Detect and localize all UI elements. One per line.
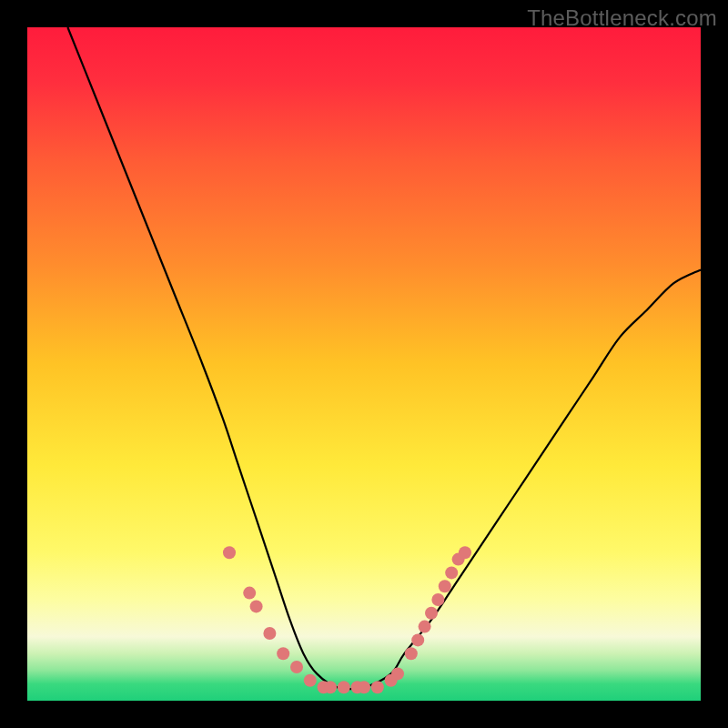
data-marker <box>304 674 317 687</box>
data-marker <box>445 566 458 579</box>
data-marker <box>223 546 236 559</box>
chart-stage: TheBottleneck.com <box>0 0 728 728</box>
data-marker <box>431 593 444 606</box>
data-marker <box>411 633 424 646</box>
data-marker <box>419 621 431 633</box>
data-marker <box>391 667 404 680</box>
bottleneck-chart <box>0 0 728 728</box>
data-marker <box>371 681 384 693</box>
data-marker <box>324 681 337 693</box>
data-marker <box>243 587 256 600</box>
data-marker <box>358 681 370 693</box>
data-marker <box>425 607 438 620</box>
data-marker <box>439 580 451 592</box>
data-marker <box>405 647 418 660</box>
plot-background <box>27 27 701 701</box>
data-marker <box>263 627 276 640</box>
data-marker <box>338 681 350 693</box>
data-marker <box>277 647 289 660</box>
data-marker <box>250 600 263 612</box>
watermark-label: TheBottleneck.com <box>527 5 717 31</box>
data-marker <box>459 546 471 559</box>
data-marker <box>290 661 303 673</box>
